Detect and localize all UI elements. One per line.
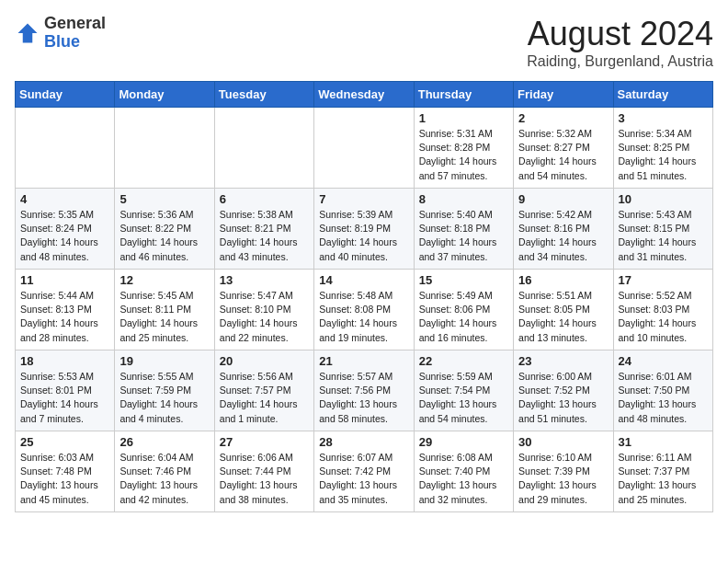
day-number: 9 [518,192,608,206]
calendar-cell: 25Sunrise: 6:03 AM Sunset: 7:48 PM Dayli… [16,431,115,512]
calendar-cell: 31Sunrise: 6:11 AM Sunset: 7:37 PM Dayli… [613,431,712,512]
calendar-week-2: 4Sunrise: 5:35 AM Sunset: 8:24 PM Daylig… [16,189,713,270]
day-number: 23 [518,354,608,368]
calendar-cell: 21Sunrise: 5:57 AM Sunset: 7:56 PM Dayli… [314,350,414,431]
calendar-cell: 5Sunrise: 5:36 AM Sunset: 8:22 PM Daylig… [115,189,214,270]
cell-content: Sunrise: 5:55 AM Sunset: 7:59 PM Dayligh… [119,370,209,426]
cell-content: Sunrise: 5:49 AM Sunset: 8:06 PM Dayligh… [419,289,508,345]
calendar-cell: 19Sunrise: 5:55 AM Sunset: 7:59 PM Dayli… [115,350,214,431]
cell-content: Sunrise: 5:44 AM Sunset: 8:13 PM Dayligh… [20,289,109,345]
calendar-week-5: 25Sunrise: 6:03 AM Sunset: 7:48 PM Dayli… [16,431,713,512]
day-number: 20 [220,354,309,368]
day-number: 29 [419,435,508,449]
calendar-cell: 23Sunrise: 6:00 AM Sunset: 7:52 PM Dayli… [514,350,613,431]
calendar-cell: 27Sunrise: 6:06 AM Sunset: 7:44 PM Dayli… [214,431,313,512]
calendar-cell [214,108,313,189]
calendar-week-4: 18Sunrise: 5:53 AM Sunset: 8:01 PM Dayli… [16,350,713,431]
cell-content: Sunrise: 5:31 AM Sunset: 8:28 PM Dayligh… [419,127,508,183]
cell-content: Sunrise: 5:36 AM Sunset: 8:22 PM Dayligh… [119,208,209,264]
calendar-cell: 10Sunrise: 5:43 AM Sunset: 8:15 PM Dayli… [613,189,712,270]
cell-content: Sunrise: 5:39 AM Sunset: 8:19 PM Dayligh… [319,208,408,264]
cell-content: Sunrise: 5:53 AM Sunset: 8:01 PM Dayligh… [20,370,109,426]
logo-icon [15,20,40,46]
day-number: 4 [20,192,109,206]
cell-content: Sunrise: 6:07 AM Sunset: 7:42 PM Dayligh… [319,451,408,507]
day-header-tuesday: Tuesday [214,82,313,108]
cell-content: Sunrise: 6:08 AM Sunset: 7:40 PM Dayligh… [419,451,508,507]
day-number: 25 [20,435,109,449]
calendar-cell: 22Sunrise: 5:59 AM Sunset: 7:54 PM Dayli… [414,350,513,431]
day-number: 11 [20,273,109,287]
cell-content: Sunrise: 6:00 AM Sunset: 7:52 PM Dayligh… [518,370,608,426]
cell-content: Sunrise: 6:10 AM Sunset: 7:39 PM Dayligh… [518,451,608,507]
calendar-cell: 18Sunrise: 5:53 AM Sunset: 8:01 PM Dayli… [16,350,115,431]
calendar-cell: 12Sunrise: 5:45 AM Sunset: 8:11 PM Dayli… [115,270,214,350]
calendar-cell: 20Sunrise: 5:56 AM Sunset: 7:57 PM Dayli… [214,350,313,431]
cell-content: Sunrise: 5:32 AM Sunset: 8:27 PM Dayligh… [518,127,608,183]
day-number: 6 [220,192,309,206]
day-header-sunday: Sunday [16,82,115,108]
day-header-thursday: Thursday [414,82,513,108]
header-row: SundayMondayTuesdayWednesdayThursdayFrid… [16,82,713,108]
cell-content: Sunrise: 5:51 AM Sunset: 8:05 PM Dayligh… [518,289,608,345]
calendar-week-3: 11Sunrise: 5:44 AM Sunset: 8:13 PM Dayli… [16,270,713,350]
day-number: 21 [319,354,408,368]
cell-content: Sunrise: 6:01 AM Sunset: 7:50 PM Dayligh… [619,370,708,426]
day-header-saturday: Saturday [613,82,712,108]
calendar-cell: 9Sunrise: 5:42 AM Sunset: 8:16 PM Daylig… [514,189,613,270]
cell-content: Sunrise: 5:40 AM Sunset: 8:18 PM Dayligh… [419,208,508,264]
cell-content: Sunrise: 5:57 AM Sunset: 7:56 PM Dayligh… [319,370,408,426]
calendar-cell: 16Sunrise: 5:51 AM Sunset: 8:05 PM Dayli… [514,270,613,350]
calendar-cell: 2Sunrise: 5:32 AM Sunset: 8:27 PM Daylig… [514,108,613,189]
title-block: August 2024 Raiding, Burgenland, Austria [527,15,713,70]
logo-text: General Blue [44,15,106,52]
calendar-cell: 8Sunrise: 5:40 AM Sunset: 8:18 PM Daylig… [414,189,513,270]
day-number: 5 [119,192,209,206]
calendar-cell: 30Sunrise: 6:10 AM Sunset: 7:39 PM Dayli… [514,431,613,512]
cell-content: Sunrise: 6:11 AM Sunset: 7:37 PM Dayligh… [619,451,708,507]
day-number: 27 [220,435,309,449]
calendar-cell: 24Sunrise: 6:01 AM Sunset: 7:50 PM Dayli… [613,350,712,431]
cell-content: Sunrise: 6:03 AM Sunset: 7:48 PM Dayligh… [20,451,109,507]
day-number: 3 [619,111,708,125]
day-header-friday: Friday [514,82,613,108]
calendar-cell: 11Sunrise: 5:44 AM Sunset: 8:13 PM Dayli… [16,270,115,350]
cell-content: Sunrise: 5:38 AM Sunset: 8:21 PM Dayligh… [220,208,309,264]
day-number: 18 [20,354,109,368]
cell-content: Sunrise: 5:35 AM Sunset: 8:24 PM Dayligh… [20,208,109,264]
calendar-cell: 7Sunrise: 5:39 AM Sunset: 8:19 PM Daylig… [314,189,414,270]
logo: General Blue [15,15,106,52]
day-number: 12 [119,273,209,287]
calendar-cell: 26Sunrise: 6:04 AM Sunset: 7:46 PM Dayli… [115,431,214,512]
calendar-cell: 3Sunrise: 5:34 AM Sunset: 8:25 PM Daylig… [613,108,712,189]
day-number: 24 [619,354,708,368]
calendar-cell [115,108,214,189]
cell-content: Sunrise: 5:42 AM Sunset: 8:16 PM Dayligh… [518,208,608,264]
day-number: 28 [319,435,408,449]
day-header-wednesday: Wednesday [314,82,414,108]
day-number: 19 [119,354,209,368]
day-number: 8 [419,192,508,206]
calendar-cell: 6Sunrise: 5:38 AM Sunset: 8:21 PM Daylig… [214,189,313,270]
day-number: 16 [518,273,608,287]
day-number: 7 [319,192,408,206]
day-number: 31 [619,435,708,449]
day-number: 22 [419,354,508,368]
calendar-cell: 1Sunrise: 5:31 AM Sunset: 8:28 PM Daylig… [414,108,513,189]
calendar-cell: 28Sunrise: 6:07 AM Sunset: 7:42 PM Dayli… [314,431,414,512]
cell-content: Sunrise: 5:48 AM Sunset: 8:08 PM Dayligh… [319,289,408,345]
cell-content: Sunrise: 5:43 AM Sunset: 8:15 PM Dayligh… [619,208,708,264]
day-number: 1 [419,111,508,125]
cell-content: Sunrise: 5:56 AM Sunset: 7:57 PM Dayligh… [220,370,309,426]
calendar-cell: 13Sunrise: 5:47 AM Sunset: 8:10 PM Dayli… [214,270,313,350]
day-number: 10 [619,192,708,206]
calendar-cell: 29Sunrise: 6:08 AM Sunset: 7:40 PM Dayli… [414,431,513,512]
page-header: General Blue August 2024 Raiding, Burgen… [15,15,713,70]
cell-content: Sunrise: 5:59 AM Sunset: 7:54 PM Dayligh… [419,370,508,426]
cell-content: Sunrise: 5:45 AM Sunset: 8:11 PM Dayligh… [119,289,209,345]
calendar-table: SundayMondayTuesdayWednesdayThursdayFrid… [15,81,713,512]
day-number: 17 [619,273,708,287]
location: Raiding, Burgenland, Austria [527,53,713,70]
cell-content: Sunrise: 6:04 AM Sunset: 7:46 PM Dayligh… [119,451,209,507]
calendar-cell: 4Sunrise: 5:35 AM Sunset: 8:24 PM Daylig… [16,189,115,270]
